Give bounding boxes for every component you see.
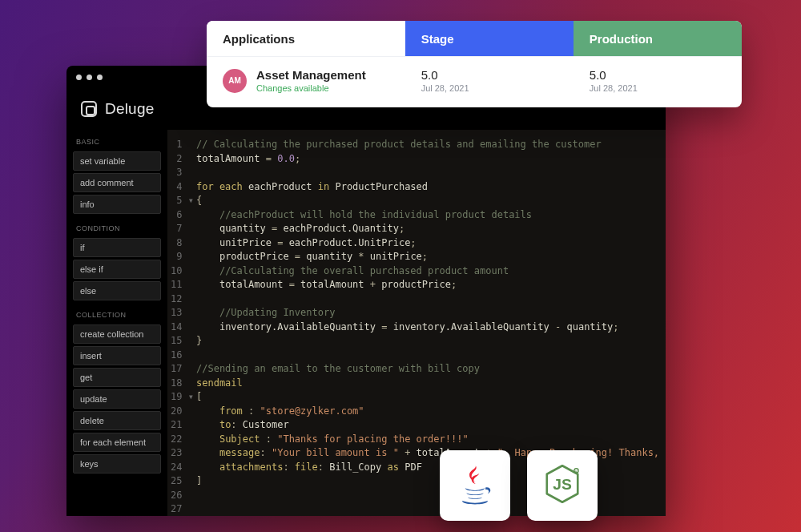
applications-row[interactable]: AM Asset Management Changes available 5.… [207, 56, 742, 107]
nodejs-chip: JS R [527, 450, 598, 521]
palette-block[interactable]: if [73, 238, 161, 257]
palette-block[interactable]: keys [73, 454, 161, 474]
app-avatar: AM [223, 69, 247, 93]
palette-block[interactable]: set variable [73, 151, 161, 171]
blocks-palette: BASICset variableadd commentinfoCONDITIO… [66, 130, 167, 516]
tab-stage[interactable]: Stage [405, 21, 574, 56]
window-dot-icon [76, 75, 82, 80]
applications-card-header: Applications Stage Production [207, 21, 742, 56]
editor-brand-name: Deluge [105, 100, 154, 118]
palette-group-header: BASIC [73, 130, 161, 149]
prod-date: Jul 28, 2021 [590, 83, 726, 93]
palette-block[interactable]: info [73, 195, 161, 214]
palette-block[interactable]: insert [73, 346, 161, 365]
palette-block[interactable]: delete [73, 411, 161, 430]
palette-group-header: CONDITION [73, 216, 161, 236]
window-dot-icon [97, 75, 103, 80]
tab-applications[interactable]: Applications [207, 21, 405, 56]
java-chip [440, 450, 510, 521]
deluge-editor-window: Deluge BASICset variableadd commentinfoC… [66, 66, 666, 516]
java-icon [453, 461, 497, 510]
palette-block[interactable]: get [73, 368, 161, 387]
palette-block[interactable]: else [73, 281, 161, 300]
nodejs-icon: JS R [540, 461, 585, 510]
palette-block[interactable]: else if [73, 260, 161, 279]
palette-block[interactable]: for each element [73, 433, 161, 452]
palette-block[interactable]: update [73, 389, 161, 409]
stage-version: 5.0 [421, 68, 557, 82]
applications-card: Applications Stage Production AM Asset M… [207, 21, 742, 107]
prod-version: 5.0 [590, 68, 726, 82]
window-dot-icon [87, 75, 92, 80]
tab-production[interactable]: Production [574, 21, 742, 56]
deluge-logo-icon [81, 101, 97, 117]
stage-date: Jul 28, 2021 [421, 83, 557, 93]
palette-block[interactable]: create collection [73, 324, 161, 344]
app-name: Asset Management [256, 68, 366, 82]
palette-block[interactable]: add comment [73, 173, 161, 192]
svg-text:R: R [575, 470, 578, 474]
app-status: Changes available [256, 83, 366, 93]
code-gutter: 1 2 3 4 5 ▾ 6 7 8 9 10 11 12 13 14 15 16… [167, 130, 193, 516]
palette-group-header: COLLECTION [73, 303, 161, 322]
svg-text:JS: JS [553, 476, 572, 493]
